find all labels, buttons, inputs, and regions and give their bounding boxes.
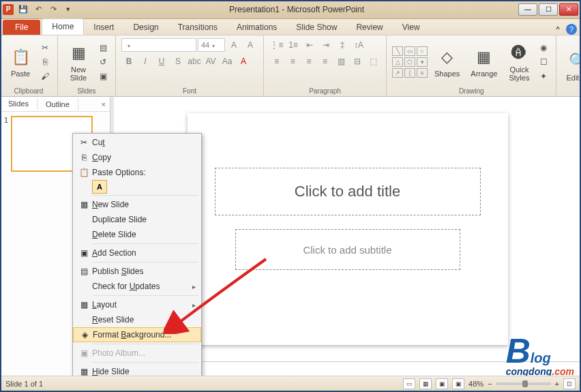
group-font: 44 A A B I U S abc AV Aa A Font (116, 35, 264, 96)
close-panel-icon[interactable]: × (98, 100, 110, 108)
shape-effects-button[interactable]: ✦ (537, 70, 550, 83)
align-right-button[interactable]: ≡ (301, 55, 316, 68)
tab-design[interactable]: Design (123, 20, 168, 35)
cm-cut[interactable]: ✂Cut (73, 135, 201, 150)
normal-view-button[interactable]: ▭ (403, 378, 415, 389)
indent-button[interactable]: ⇥ (318, 38, 333, 52)
layout-button[interactable]: ▤ (96, 41, 110, 55)
close-button[interactable]: ✕ (559, 3, 578, 16)
shrink-font-button[interactable]: A (243, 38, 258, 52)
zoom-level: 48% (468, 380, 483, 388)
align-text-button[interactable]: ⊟ (350, 55, 365, 68)
slideshow-view-button[interactable]: ▣ (452, 378, 464, 389)
group-paragraph: ⋮≡ 1≡ ⇤ ⇥ ‡ ↕A ≡ ≡ ≡ ≡ ▥ ⊟ ⬚ Paragraph (264, 35, 387, 96)
slide[interactable]: Click to add title Click to add subtitle (188, 113, 508, 345)
cut-button[interactable]: ✂ (38, 41, 52, 55)
outdent-button[interactable]: ⇤ (302, 38, 317, 52)
zoom-out-button[interactable]: − (488, 380, 492, 388)
quick-styles-button[interactable]: 🅐 Quick Styles (504, 41, 534, 83)
help-icon[interactable]: ? (566, 24, 577, 35)
cm-paste-options: 📋Paste Options: (73, 165, 201, 180)
slide-number: 1 (4, 116, 8, 172)
tab-insert[interactable]: Insert (84, 20, 123, 35)
bold-button[interactable]: B (121, 55, 136, 68)
zoom-slider[interactable] (496, 382, 551, 385)
cm-delete-slide[interactable]: Delete Slide (73, 227, 201, 242)
minimize-button[interactable]: — (518, 3, 537, 16)
reading-view-button[interactable]: ▣ (436, 378, 448, 389)
subtitle-placeholder[interactable]: Click to add subtitle (235, 229, 460, 270)
line-spacing-button[interactable]: ‡ (335, 38, 350, 52)
tab-outline-panel[interactable]: Outline (38, 98, 78, 110)
minimize-ribbon-icon[interactable]: ^ (552, 24, 563, 35)
cm-publish-slides[interactable]: ▤Publish Slides (73, 264, 201, 279)
smartart-button[interactable]: ⬚ (366, 55, 381, 68)
redo-icon[interactable]: ↷ (46, 3, 60, 16)
tab-review[interactable]: Review (346, 20, 392, 35)
ribbon-tab-strip: File Home Insert Design Transitions Anim… (0, 19, 581, 35)
tab-home[interactable]: Home (42, 18, 84, 35)
status-bar: Slide 1 of 1 ▭ ▦ ▣ ▣ 48% − + ⊡ (1, 376, 580, 391)
slide-indicator: Slide 1 of 1 (5, 380, 43, 388)
shapes-gallery[interactable]: ╲▭○ △⬠▾ ↗{≡ (392, 46, 428, 78)
strike-button[interactable]: S (170, 55, 185, 68)
tab-view[interactable]: View (393, 20, 430, 35)
cm-duplicate-slide[interactable]: Duplicate Slide (73, 212, 201, 227)
case-button[interactable]: Aa (220, 55, 235, 68)
editing-button[interactable]: 🔍 Editing (562, 49, 581, 83)
new-slide-button[interactable]: ▦ New Slide (63, 41, 93, 83)
underline-button[interactable]: U (154, 55, 169, 68)
text-direction-button[interactable]: ↕A (351, 38, 366, 52)
cm-layout[interactable]: ▦Layout (73, 297, 201, 312)
section-button[interactable]: ▣ (96, 70, 110, 83)
copy-button[interactable]: ⎘ (38, 55, 52, 69)
cm-format-background[interactable]: ◈Format Background... (73, 327, 201, 342)
shape-fill-button[interactable]: ◉ (537, 41, 550, 55)
cm-copy[interactable]: ⎘Copy (73, 150, 201, 165)
title-placeholder[interactable]: Click to add title (215, 168, 481, 215)
tab-animations[interactable]: Animations (227, 20, 286, 35)
shape-outline-button[interactable]: ☐ (537, 55, 550, 69)
justify-button[interactable]: ≡ (318, 55, 333, 68)
font-family-select[interactable] (121, 38, 196, 52)
arrange-button[interactable]: ▦ Arrange (466, 45, 501, 79)
format-painter-button[interactable]: 🖌 (38, 70, 52, 83)
quick-styles-icon: 🅐 (508, 42, 530, 64)
grow-font-button[interactable]: A (226, 38, 241, 52)
align-center-button[interactable]: ≡ (286, 55, 301, 68)
qat-customize-icon[interactable]: ▾ (61, 3, 75, 16)
paste-button[interactable]: 📋 Paste (5, 45, 35, 79)
tab-slides-panel[interactable]: Slides (0, 97, 38, 110)
font-color-button[interactable]: A (236, 55, 251, 68)
maximize-button[interactable]: ☐ (539, 3, 558, 16)
tab-transitions[interactable]: Transitions (168, 20, 227, 35)
ribbon: 📋 Paste ✂ ⎘ 🖌 Clipboard ▦ New Slide ▤ ↺ … (0, 35, 581, 97)
shadow-button[interactable]: abc (187, 55, 202, 68)
reset-button[interactable]: ↺ (96, 55, 110, 69)
numbering-button[interactable]: 1≡ (286, 38, 301, 52)
group-editing: 🔍 Editing (556, 35, 581, 96)
fit-window-button[interactable]: ⊡ (563, 378, 576, 389)
cm-check-for-updates[interactable]: Check for Updates (73, 279, 201, 294)
save-icon[interactable]: 💾 (16, 3, 30, 16)
tab-slideshow[interactable]: Slide Show (286, 20, 346, 35)
bullets-button[interactable]: ⋮≡ (269, 38, 284, 52)
cm-reset-slide[interactable]: Reset Slide (73, 312, 201, 327)
cm-add-section[interactable]: ▣Add Section (73, 245, 201, 260)
cm-new-slide[interactable]: ▦New Slide (73, 197, 201, 212)
shapes-button[interactable]: ◇ Shapes (430, 45, 464, 79)
spacing-button[interactable]: AV (203, 55, 218, 68)
columns-button[interactable]: ▥ (333, 55, 348, 68)
italic-button[interactable]: I (138, 55, 153, 68)
clipboard-icon: 📋 (10, 46, 31, 68)
quick-access-toolbar: 💾 ↶ ↷ ▾ (16, 3, 75, 16)
font-size-select[interactable]: 44 (198, 38, 225, 52)
sorter-view-button[interactable]: ▦ (419, 378, 432, 389)
undo-icon[interactable]: ↶ (31, 3, 45, 16)
align-left-button[interactable]: ≡ (269, 55, 284, 68)
paste-option-keep-text[interactable]: A (92, 180, 107, 194)
zoom-in-button[interactable]: + (555, 380, 559, 388)
file-tab[interactable]: File (3, 20, 40, 35)
cm-photo-album[interactable]: ▣Photo Album... (73, 346, 201, 361)
shapes-icon: ◇ (436, 46, 458, 68)
